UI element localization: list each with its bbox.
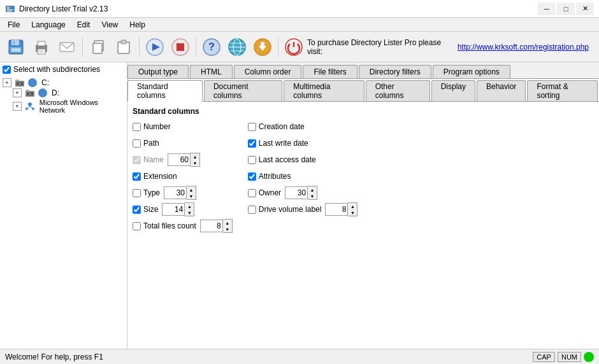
check-total-files[interactable] [133, 222, 141, 230]
run-button[interactable] [143, 35, 167, 59]
check-owner[interactable] [248, 189, 256, 197]
select-subdirs-input[interactable] [3, 66, 11, 74]
main-area: Select with subdirectories + C: + [0, 62, 599, 349]
menu-language[interactable]: Language [26, 19, 70, 31]
spinbox-name-input[interactable] [168, 153, 191, 166]
svg-rect-3 [7, 11, 11, 11]
spinbox-size-input[interactable] [162, 203, 185, 216]
print-icon [32, 38, 50, 56]
web-button[interactable] [225, 35, 249, 59]
tab-file-filters[interactable]: File filters [303, 65, 357, 78]
check-number[interactable] [133, 123, 141, 131]
check-size[interactable] [133, 206, 141, 214]
drive-d-icon [25, 88, 35, 97]
spinbox-drive-volume-input[interactable] [325, 203, 348, 216]
row-path: Path [133, 136, 233, 150]
email-button[interactable] [55, 35, 79, 59]
svg-rect-41 [25, 90, 29, 92]
check-extension[interactable] [133, 172, 141, 181]
drive-c-badge [28, 78, 37, 87]
check-drive-volume[interactable] [248, 206, 256, 214]
tree-expand-network[interactable]: + [13, 102, 22, 111]
stop-icon [170, 37, 191, 57]
tab-column-order[interactable]: Column order [234, 65, 302, 78]
tree-expand-c[interactable]: + [3, 78, 11, 87]
label-last-access-date: Last access date [259, 155, 316, 164]
tree-item-d[interactable]: + D: [3, 88, 124, 98]
spinbox-owner-input[interactable] [285, 186, 308, 199]
check-name[interactable] [133, 156, 141, 164]
close-button[interactable]: ✕ [576, 3, 594, 15]
svg-rect-37 [15, 80, 19, 81]
menu-view[interactable]: View [96, 19, 123, 31]
tab-format-sorting[interactable]: Format & sorting [527, 80, 598, 101]
spinbox-owner: ▲ ▼ [285, 186, 317, 200]
spinbox-drive-volume-up[interactable]: ▲ [348, 203, 357, 209]
paste-button[interactable] [112, 35, 136, 59]
spinbox-owner-up[interactable]: ▲ [308, 186, 317, 193]
tab-directory-filters[interactable]: Directory filters [359, 65, 431, 78]
tab-html[interactable]: HTML [190, 65, 233, 78]
check-path[interactable] [133, 139, 141, 148]
tab-program-options[interactable]: Program options [433, 65, 510, 78]
tab-standard-columns[interactable]: Standard columns [127, 80, 203, 102]
spinbox-type: ▲ ▼ [164, 186, 196, 200]
spinbox-type-input[interactable] [164, 186, 187, 199]
check-last-access-date[interactable] [248, 156, 256, 164]
maximize-button[interactable]: □ [557, 3, 575, 15]
tab-multimedia-columns[interactable]: Multimedia columns [284, 80, 364, 101]
spinbox-total-files-up[interactable]: ▲ [223, 220, 232, 226]
check-attributes[interactable] [248, 172, 256, 181]
spinbox-owner-down[interactable]: ▼ [308, 193, 317, 199]
toolbar-separator-2 [139, 38, 140, 57]
check-creation-date[interactable] [248, 123, 256, 131]
tree-expand-d[interactable]: + [13, 88, 22, 97]
tree-item-network[interactable]: + Microsoft Windows Network [3, 98, 124, 115]
check-last-write-date[interactable] [248, 139, 256, 148]
bottom-tab-row: Standard columns Document columns Multim… [127, 79, 599, 102]
toolbar-separator-4 [278, 38, 278, 57]
spinbox-size-up[interactable]: ▲ [185, 203, 194, 209]
download-button[interactable] [250, 35, 275, 59]
svg-rect-2 [7, 10, 13, 10]
tab-behavior[interactable]: Behavior [477, 80, 526, 101]
section-title: Standard columns [133, 107, 594, 116]
minimize-button[interactable]: ─ [538, 3, 556, 15]
svg-point-40 [29, 93, 31, 95]
power-button[interactable] [282, 35, 306, 59]
menu-edit[interactable]: Edit [72, 19, 96, 31]
spinbox-type-down[interactable]: ▼ [187, 193, 196, 199]
help-icon: ? [201, 37, 222, 57]
menu-help[interactable]: Help [124, 19, 150, 31]
spinbox-type-up[interactable]: ▲ [187, 186, 196, 193]
stop-button[interactable] [168, 35, 192, 59]
select-subdirs-label: Select with subdirectories [13, 65, 100, 74]
print-button[interactable] [29, 35, 54, 59]
menu-file[interactable]: File [3, 19, 25, 31]
copy-button[interactable] [86, 35, 110, 59]
save-button[interactable] [4, 35, 28, 59]
select-subdirs-checkbox[interactable]: Select with subdirectories [3, 65, 100, 74]
right-column: Creation date Last write date Last acces… [248, 120, 358, 233]
spinbox-name-down[interactable]: ▼ [191, 160, 199, 166]
svg-point-42 [28, 102, 32, 106]
tab-other-columns[interactable]: Other columns [366, 80, 430, 101]
spinbox-size-down[interactable]: ▼ [185, 209, 194, 216]
help-button[interactable]: ? [199, 35, 224, 59]
sidebar: Select with subdirectories + C: + [0, 62, 127, 349]
tree-item-c[interactable]: + C: [3, 78, 124, 88]
spinbox-total-files-down[interactable]: ▼ [223, 226, 232, 232]
spinbox-total-files-input[interactable] [200, 220, 223, 232]
label-drive-volume: Drive volume label [259, 205, 322, 214]
purchase-link[interactable]: http://www.krksoft.com/registration.php [458, 43, 589, 52]
check-type[interactable] [133, 189, 141, 197]
content-panel: Standard columns Number Path [127, 102, 599, 349]
spinbox-name-up[interactable]: ▲ [191, 153, 199, 160]
spinbox-drive-volume-down[interactable]: ▼ [348, 209, 357, 216]
drive-c-icon [15, 78, 25, 87]
save-icon [7, 38, 25, 56]
tab-display[interactable]: Display [431, 80, 475, 101]
svg-rect-13 [39, 52, 43, 53]
tab-output-type[interactable]: Output type [127, 65, 189, 78]
tab-document-columns[interactable]: Document columns [204, 80, 282, 101]
